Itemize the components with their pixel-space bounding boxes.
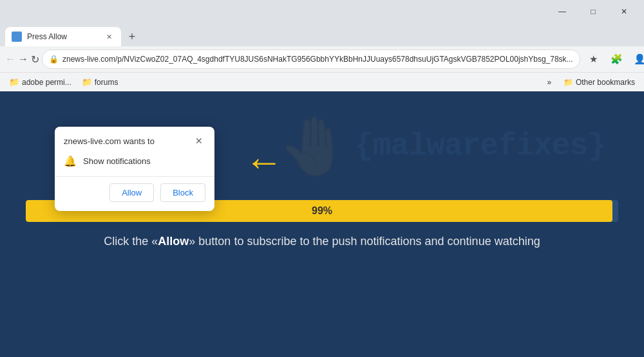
profile-icon[interactable]: 👤 <box>629 48 644 70</box>
back-button[interactable]: ← <box>5 48 15 70</box>
refresh-button[interactable]: ↻ <box>31 48 39 70</box>
extensions-icon[interactable]: 🧩 <box>606 48 628 70</box>
notification-popup: znews-live.com wants to ✕ 🔔 Show notific… <box>55 127 214 211</box>
bookmark-forums-label: forums <box>95 78 118 87</box>
popup-title: znews-live.com wants to <box>64 136 155 146</box>
bookmark-forums[interactable]: 📁 forums <box>78 76 122 88</box>
browser-window: — □ ✕ Press Allow ✕ + ← → ↻ 🔒 znews-live… <box>0 0 644 357</box>
bookmark-adobe[interactable]: 📁 adobe permi... <box>5 76 75 88</box>
title-bar: — □ ✕ <box>0 0 644 23</box>
bookmarks-bar: 📁 adobe permi... 📁 forums » 📁 Other book… <box>0 72 644 91</box>
popup-buttons: Allow Block <box>55 176 214 211</box>
popup-close-button[interactable]: ✕ <box>193 134 205 147</box>
watermark: ✋ {malwarefixes} <box>276 117 605 175</box>
address-text: znews-live.com/p/NVizCwoZ02_07AQ_4sgdhdf… <box>62 55 573 64</box>
close-button[interactable]: ✕ <box>609 0 639 23</box>
address-bar[interactable]: 🔒 znews-live.com/p/NVizCwoZ02_07AQ_4sgdh… <box>42 50 580 69</box>
new-tab-button[interactable]: + <box>122 27 142 46</box>
other-bookmarks[interactable]: 📁 Other bookmarks <box>560 77 639 88</box>
cta-allow-text: Allow <box>158 235 189 248</box>
window-controls: — □ ✕ <box>547 0 639 23</box>
allow-button[interactable]: Allow <box>109 183 154 202</box>
minimize-button[interactable]: — <box>547 0 577 23</box>
tab-favicon <box>12 32 22 42</box>
arrow-icon: ← <box>245 143 283 181</box>
popup-header: znews-live.com wants to ✕ <box>55 127 214 151</box>
bell-icon: 🔔 <box>64 155 77 167</box>
other-bookmarks-folder-icon: 📁 <box>564 78 573 87</box>
notification-row-text: Show notifications <box>83 156 151 166</box>
star-icon[interactable]: ★ <box>583 48 605 70</box>
other-bookmarks-label: Other bookmarks <box>576 78 635 87</box>
cta-text: Click the «Allow» button to subscribe to… <box>104 235 540 248</box>
folder-icon: 📁 <box>82 77 92 87</box>
tab-bar: Press Allow ✕ + <box>0 23 644 46</box>
folder-icon: 📁 <box>9 77 19 87</box>
bookmark-adobe-label: adobe permi... <box>22 78 71 87</box>
watermark-text: {malwarefixes} <box>355 129 605 163</box>
page-content: ✋ {malwarefixes} ← 99% Click the «Allow»… <box>0 91 644 357</box>
lock-icon: 🔒 <box>49 55 59 64</box>
bookmarks-chevron[interactable]: » <box>542 75 557 90</box>
block-button[interactable]: Block <box>160 183 205 202</box>
tab-close-button[interactable]: ✕ <box>103 31 115 42</box>
forward-button[interactable]: → <box>18 48 28 70</box>
tab-label: Press Allow <box>27 32 98 41</box>
popup-notification-row: 🔔 Show notifications <box>55 151 214 176</box>
toolbar: ← → ↻ 🔒 znews-live.com/p/NVizCwoZ02_07AQ… <box>0 46 644 72</box>
arrow-container: ← <box>245 143 283 181</box>
toolbar-icons: ★ 🧩 👤 ⋮ <box>583 48 644 70</box>
maximize-button[interactable]: □ <box>578 0 608 23</box>
active-tab[interactable]: Press Allow ✕ <box>5 27 121 46</box>
